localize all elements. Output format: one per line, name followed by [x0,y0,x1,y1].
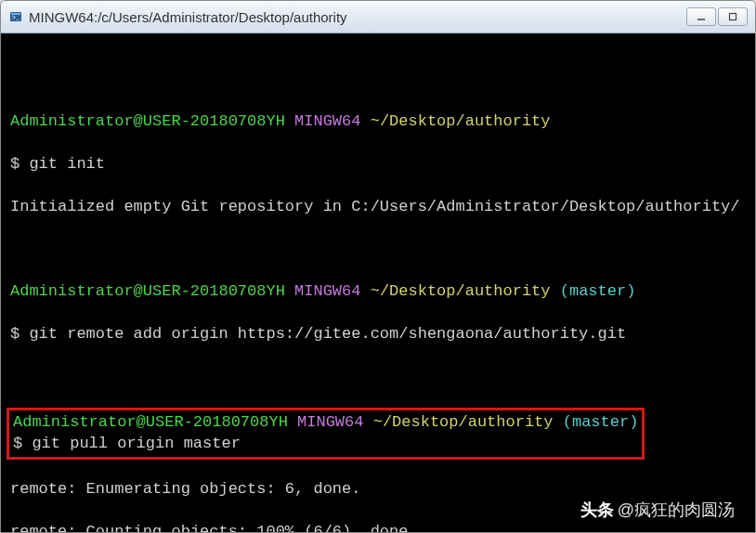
command-line-remote: $ git remote add origin https://gitee.co… [10,324,746,345]
dollar-sign: $ [10,155,20,173]
maximize-button[interactable] [718,7,748,26]
blank-line [10,69,746,90]
prompt-env: MINGW64 [297,413,363,431]
prompt-user: Administrator@USER-20180708YH [10,282,285,300]
pull-output-line: remote: Counting objects: 100% (6/6), do… [10,522,746,532]
blank-line [10,367,746,388]
terminal-body[interactable]: Administrator@USER-20180708YH MINGW64 ~/… [1,33,755,532]
prompt-line-2: Administrator@USER-20180708YH MINGW64 ~/… [10,281,746,303]
window-controls [686,7,748,26]
window-title: MINGW64:/c/Users/Administrator/Desktop/a… [29,9,686,25]
dollar-sign: $ [10,325,20,343]
title-bar[interactable]: >_ MINGW64:/c/Users/Administrator/Deskto… [1,1,755,33]
prompt-env: MINGW64 [294,112,360,130]
blank-line [10,239,746,260]
watermark-name: @疯狂的肉圆汤 [618,499,735,521]
highlighted-command-block: Administrator@USER-20180708YH MINGW64 ~/… [10,410,746,458]
prompt-env: MINGW64 [294,282,360,300]
prompt-path: ~/Desktop/authority [373,413,554,431]
svg-text:>_: >_ [12,14,20,21]
pull-output-line: remote: Enumerating objects: 6, done. [10,479,746,500]
cmd-init: git init [29,155,105,173]
terminal-window: >_ MINGW64:/c/Users/Administrator/Deskto… [0,0,756,533]
dollar-sign: $ [13,435,22,452]
svg-rect-4 [730,14,736,20]
app-icon: >_ [8,9,23,24]
cmd-remote: git remote add origin https://gitee.com/… [29,325,626,343]
cmd-pull: git pull origin master [32,435,240,452]
prompt-branch: (master) [560,282,636,300]
prompt-branch: (master) [563,413,639,431]
output-init: Initialized empty Git repository in C:/U… [10,197,746,218]
prompt-user: Administrator@USER-20180708YH [10,112,285,130]
watermark-label: 头条 [580,499,614,521]
prompt-path: ~/Desktop/authority [371,282,551,300]
minimize-button[interactable] [686,7,716,26]
prompt-path: ~/Desktop/authority [371,112,551,130]
watermark: 头条 @疯狂的肉圆汤 [580,499,735,521]
prompt-user: Administrator@USER-20180708YH [13,413,288,431]
prompt-line-1: Administrator@USER-20180708YH MINGW64 ~/… [10,111,746,133]
command-line-init: $ git init [10,154,746,176]
